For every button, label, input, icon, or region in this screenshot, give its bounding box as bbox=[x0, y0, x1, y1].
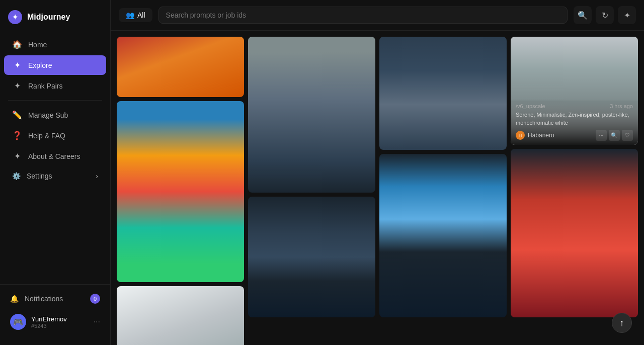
search-icon: 🔍 bbox=[578, 11, 588, 20]
image-preview bbox=[379, 154, 507, 317]
sidebar-item-help-faq[interactable]: ❓ Help & FAQ bbox=[4, 126, 106, 145]
bell-icon: 🔔 bbox=[10, 295, 19, 303]
app-logo: ✦ Midjourney bbox=[0, 6, 110, 34]
app-name: Midjourney bbox=[27, 13, 70, 22]
gallery-col-1 bbox=[117, 37, 244, 345]
image-preview bbox=[248, 37, 375, 193]
heart-icon: ♡ bbox=[625, 132, 630, 139]
topbar-icons: 🔍 ↻ ✦ bbox=[574, 6, 636, 24]
image-preview bbox=[117, 286, 244, 345]
item-info-card: /v6_upscale 3 hrs ago Serene, Minimalist… bbox=[511, 99, 638, 145]
item-avatar: H bbox=[516, 131, 525, 140]
logo-icon: ✦ bbox=[8, 10, 22, 24]
more-action-button[interactable]: ··· bbox=[596, 130, 607, 141]
gallery-col-3 bbox=[379, 37, 507, 345]
sidebar-item-explore[interactable]: ✦ Explore bbox=[4, 55, 106, 75]
avatar: 🎮 bbox=[10, 314, 26, 330]
gallery-item-with-info[interactable]: /v6_upscale 3 hrs ago Serene, Minimalist… bbox=[511, 37, 638, 145]
sparkle-button[interactable]: ✦ bbox=[618, 6, 636, 24]
refresh-button[interactable]: ↻ bbox=[596, 6, 614, 24]
user-more-icon[interactable]: ··· bbox=[94, 317, 100, 326]
settings-icon: ⚙️ bbox=[12, 172, 21, 180]
image-preview bbox=[117, 37, 244, 97]
search-icon: 🔍 bbox=[611, 132, 618, 139]
image-preview bbox=[117, 101, 244, 282]
settings-label: Settings bbox=[27, 172, 52, 180]
image-preview bbox=[511, 149, 638, 317]
user-id: #5243 bbox=[31, 323, 67, 329]
item-user-left: H Habanero bbox=[516, 131, 554, 140]
nav-divider bbox=[8, 100, 102, 101]
more-icon: ··· bbox=[599, 132, 603, 138]
gallery-item[interactable] bbox=[117, 286, 244, 345]
sidebar-item-label: Home bbox=[28, 41, 47, 49]
explore-icon: ✦ bbox=[12, 60, 22, 70]
chevron-right-icon: › bbox=[96, 172, 98, 180]
gallery-item[interactable] bbox=[379, 37, 507, 150]
sidebar-item-label: Rank Pairs bbox=[28, 82, 62, 90]
notifications-badge: 0 bbox=[90, 294, 100, 304]
arrow-up-icon: ↑ bbox=[620, 318, 624, 328]
command-text: /v6_upscale bbox=[516, 103, 545, 109]
search-input[interactable] bbox=[158, 7, 568, 24]
user-name: YuriEfremov bbox=[31, 315, 67, 323]
sidebar-item-settings[interactable]: ⚙️ Settings › bbox=[4, 167, 106, 185]
item-actions: ··· 🔍 ♡ bbox=[596, 130, 633, 141]
gallery-grid: /v6_upscale 3 hrs ago Serene, Minimalist… bbox=[115, 35, 640, 345]
gallery-item[interactable] bbox=[379, 154, 507, 317]
sidebar-item-home[interactable]: 🏠 Home bbox=[4, 35, 106, 54]
gallery-item[interactable] bbox=[511, 149, 638, 317]
sidebar-item-label: About & Careers bbox=[28, 152, 80, 160]
item-user-row: H Habanero ··· 🔍 bbox=[516, 130, 633, 141]
scroll-top-button[interactable]: ↑ bbox=[612, 313, 632, 333]
gallery-item[interactable] bbox=[117, 101, 244, 282]
filter-icon: 👥 bbox=[126, 11, 134, 19]
sidebar-item-rank-pairs[interactable]: ✦ Rank Pairs bbox=[4, 76, 106, 96]
sidebar: ✦ Midjourney 🏠 Home ✦ Explore ✦ Rank Pai… bbox=[0, 0, 111, 345]
notifications-label: Notifications bbox=[25, 295, 63, 303]
filter-label: All bbox=[137, 11, 145, 19]
notifications-item[interactable]: 🔔 Notifications 0 bbox=[4, 289, 106, 309]
main-content: 👥 All 🔍 ↻ ✦ bbox=[111, 0, 644, 345]
time-text: 3 hrs ago bbox=[610, 103, 633, 109]
sidebar-item-label: Explore bbox=[28, 61, 52, 69]
item-command: /v6_upscale 3 hrs ago bbox=[516, 103, 633, 109]
sidebar-item-label: Manage Sub bbox=[28, 111, 68, 119]
rank-icon: ✦ bbox=[12, 81, 22, 91]
about-icon: ✦ bbox=[12, 151, 22, 161]
sidebar-item-about-careers[interactable]: ✦ About & Careers bbox=[4, 146, 106, 166]
nav-items: 🏠 Home ✦ Explore ✦ Rank Pairs ✏️ Manage … bbox=[0, 34, 110, 284]
home-icon: 🏠 bbox=[12, 40, 22, 49]
filter-button[interactable]: 👥 All bbox=[119, 8, 152, 22]
sidebar-item-manage-sub[interactable]: ✏️ Manage Sub bbox=[4, 105, 106, 125]
gallery-col-4: /v6_upscale 3 hrs ago Serene, Minimalist… bbox=[511, 37, 638, 345]
gallery-item[interactable] bbox=[248, 197, 375, 317]
gallery-item[interactable] bbox=[117, 37, 244, 97]
image-preview bbox=[248, 197, 375, 317]
gallery-item[interactable] bbox=[248, 37, 375, 193]
item-username: Habanero bbox=[528, 132, 554, 139]
user-section[interactable]: 🎮 YuriEfremov #5243 ··· bbox=[4, 309, 106, 335]
sidebar-item-label: Help & FAQ bbox=[28, 132, 65, 140]
search-action-button[interactable]: 🔍 bbox=[609, 130, 620, 141]
sidebar-bottom: 🔔 Notifications 0 🎮 YuriEfremov #5243 ··… bbox=[0, 284, 110, 339]
gallery-col-2 bbox=[248, 37, 375, 345]
search-button[interactable]: 🔍 bbox=[574, 6, 592, 24]
sparkle-icon: ✦ bbox=[624, 11, 630, 20]
item-prompt: Serene, Minimalistic, Zen-inspired, post… bbox=[516, 111, 633, 127]
image-preview bbox=[379, 37, 507, 150]
refresh-icon: ↻ bbox=[602, 11, 608, 20]
topbar: 👥 All 🔍 ↻ ✦ bbox=[111, 0, 644, 31]
heart-action-button[interactable]: ♡ bbox=[622, 130, 633, 141]
user-info: YuriEfremov #5243 bbox=[31, 315, 67, 329]
manage-icon: ✏️ bbox=[12, 110, 22, 120]
gallery: /v6_upscale 3 hrs ago Serene, Minimalist… bbox=[111, 31, 644, 345]
help-icon: ❓ bbox=[12, 131, 22, 140]
